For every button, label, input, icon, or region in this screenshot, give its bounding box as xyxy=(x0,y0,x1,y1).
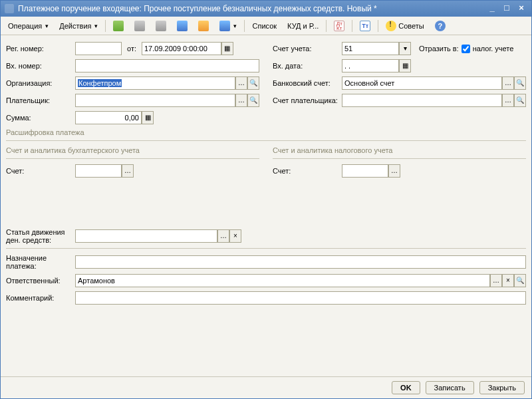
tax-account-label: налог. учете xyxy=(473,45,514,53)
bank-acct-label: Банковский счет: xyxy=(273,79,339,87)
tips-icon xyxy=(386,21,396,31)
section-divider xyxy=(273,158,526,159)
in-date-picker-button[interactable]: ▦ xyxy=(399,59,411,72)
comment-input[interactable] xyxy=(75,291,526,305)
close-window-button[interactable]: × xyxy=(515,3,527,14)
decode-section-title: Расшифровка платежа xyxy=(6,128,526,136)
sheet-icon xyxy=(156,21,166,31)
responsible-label: Ответственный: xyxy=(6,277,72,285)
responsible-clear-button[interactable]: × xyxy=(502,274,514,287)
bank-acct-lookup-button[interactable]: 🔍 xyxy=(514,76,526,90)
section-divider xyxy=(6,140,526,141)
list-button[interactable]: Список xyxy=(247,20,281,32)
responsible-lookup-button[interactable]: 🔍 xyxy=(514,274,526,287)
cashflow-select-button[interactable]: … xyxy=(217,229,229,243)
tb-icon-5[interactable] xyxy=(194,19,213,33)
payer-label: Плательщик: xyxy=(6,96,72,104)
section-divider xyxy=(6,158,259,159)
cashflow-label: Статья движения ден. средств: xyxy=(6,228,72,244)
tb-icon-1[interactable] xyxy=(108,19,128,33)
date-input[interactable] xyxy=(142,42,221,55)
actions-menu[interactable]: Действия xyxy=(55,20,102,32)
toolbar-separator xyxy=(352,20,352,32)
post-icon xyxy=(198,21,209,31)
form-content: Рег. номер: от: ▦ Вх. номер: Организация… xyxy=(1,35,531,376)
go-icon xyxy=(219,21,230,31)
toolbar-separator xyxy=(378,20,378,32)
in-number-input[interactable] xyxy=(75,59,259,72)
payer-select-button[interactable]: … xyxy=(235,94,247,107)
from-label: от: xyxy=(127,45,136,53)
toolbar-separator xyxy=(326,20,327,32)
payer-input[interactable] xyxy=(75,94,235,107)
close-button[interactable]: Закрыть xyxy=(479,381,525,394)
sum-label: Сумма: xyxy=(6,114,72,122)
tax-acc-label: Счет: xyxy=(273,167,339,175)
bottom-bar: OK Записать Закрыть xyxy=(1,376,531,398)
cashflow-clear-button[interactable]: × xyxy=(229,229,241,243)
window-title: Платежное поручение входящее: Прочее пос… xyxy=(18,4,486,13)
help-button[interactable]: ? xyxy=(430,19,450,33)
tb-icon-2[interactable] xyxy=(130,19,150,33)
help-icon: ? xyxy=(435,21,446,31)
tb-icon-3[interactable] xyxy=(151,19,171,33)
operation-menu[interactable]: Операция xyxy=(3,20,53,32)
app-icon xyxy=(5,4,14,13)
buh-acc-select-button[interactable]: … xyxy=(122,164,134,178)
purpose-input[interactable] xyxy=(75,255,526,269)
app-window: Платежное поручение входящее: Прочее пос… xyxy=(0,0,532,399)
buh-acc-input[interactable] xyxy=(75,164,122,178)
tax-section-title: Счет и аналитика налогового учета xyxy=(273,146,526,154)
account-dd-button[interactable]: ▾ xyxy=(399,42,411,55)
ok-button[interactable]: OK xyxy=(392,381,420,394)
toolbar-separator xyxy=(105,20,106,32)
reg-number-label: Рег. номер: xyxy=(6,45,72,53)
reg-number-input[interactable] xyxy=(75,42,122,55)
payer-acct-select-button[interactable]: … xyxy=(502,94,514,107)
kudir-button[interactable]: КУД и Р... xyxy=(283,20,323,32)
in-number-label: Вх. номер: xyxy=(6,62,72,70)
payer-acct-label: Счет плательщика: xyxy=(273,96,339,104)
payer-lookup-button[interactable]: 🔍 xyxy=(247,94,259,107)
tb-icon-4[interactable] xyxy=(172,19,192,33)
date-picker-button[interactable]: ▦ xyxy=(221,42,233,55)
toolbar: Операция Действия Список КУД и Р... ДтКт… xyxy=(1,17,531,35)
responsible-input[interactable] xyxy=(75,274,490,287)
toolbar-separator xyxy=(244,20,245,32)
titlebar: Платежное поручение входящее: Прочее пос… xyxy=(1,1,531,17)
tax-acc-input[interactable] xyxy=(342,164,388,178)
tt-button[interactable]: Tт xyxy=(355,19,375,33)
tb-icon-6[interactable] xyxy=(215,19,241,33)
cashflow-input[interactable] xyxy=(75,229,217,243)
sum-input[interactable] xyxy=(75,111,142,124)
in-date-input[interactable] xyxy=(342,59,399,72)
payer-acct-lookup-button[interactable]: 🔍 xyxy=(514,94,526,107)
window-controls: _ □ × xyxy=(486,3,527,14)
tax-account-checkbox[interactable] xyxy=(462,45,470,53)
dt-kt-button[interactable]: ДтКт xyxy=(329,19,349,33)
plus-icon xyxy=(113,21,124,31)
bank-acct-input[interactable] xyxy=(342,76,502,90)
responsible-select-button[interactable]: … xyxy=(490,274,502,287)
buh-acc-label: Счет: xyxy=(6,167,72,175)
reflect-label: Отразить в: xyxy=(419,45,459,53)
comment-label: Комментарий: xyxy=(6,294,72,302)
bank-acct-select-button[interactable]: … xyxy=(502,76,514,90)
org-select-button[interactable]: … xyxy=(235,76,247,90)
section-divider xyxy=(6,248,526,249)
tips-button[interactable]: Советы xyxy=(381,19,428,33)
account-input[interactable] xyxy=(342,42,399,55)
account-label: Счет учета: xyxy=(273,45,339,53)
refresh-icon xyxy=(177,21,188,31)
tax-acc-select-button[interactable]: … xyxy=(388,164,400,178)
purpose-label: Назначение платежа: xyxy=(6,254,72,270)
sum-calc-button[interactable]: ▦ xyxy=(142,111,154,124)
org-lookup-button[interactable]: 🔍 xyxy=(247,76,259,90)
maximize-button[interactable]: □ xyxy=(501,3,513,14)
save-button[interactable]: Записать xyxy=(426,381,474,394)
minimize-button[interactable]: _ xyxy=(486,3,498,14)
in-date-label: Вх. дата: xyxy=(273,62,339,70)
payer-acct-input[interactable] xyxy=(342,94,502,107)
org-input[interactable]: Конфетпром xyxy=(75,76,235,90)
org-label: Организация: xyxy=(6,79,72,87)
